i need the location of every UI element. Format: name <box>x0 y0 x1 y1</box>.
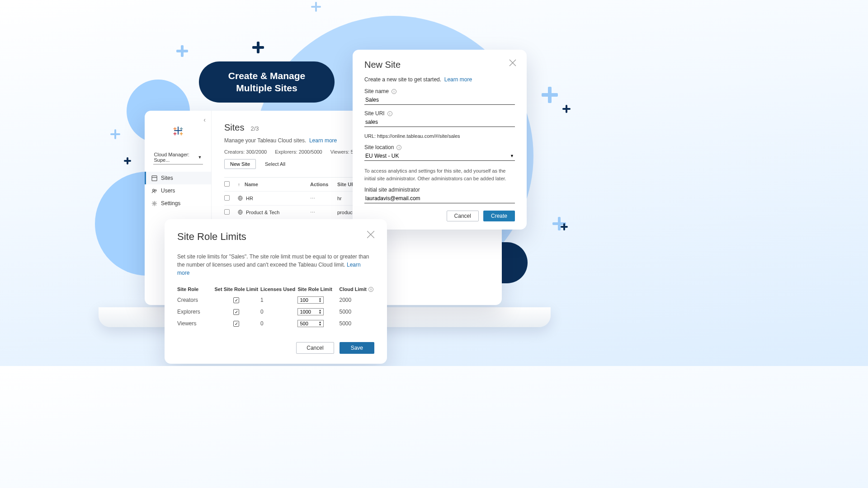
save-button[interactable]: Save <box>340 342 374 354</box>
plus-icon <box>176 45 188 57</box>
cloud-limit: 5000 <box>340 309 375 315</box>
site-uri-label: Site URI <box>364 110 385 117</box>
col-name-header[interactable]: Name <box>245 182 258 187</box>
info-icon[interactable]: i <box>387 111 392 116</box>
modal-title: Site Role Limits <box>177 231 374 243</box>
cancel-button[interactable]: Cancel <box>447 211 479 221</box>
cloud-manager-dropdown[interactable]: Cloud Manager: Supe... ▼ <box>153 150 203 164</box>
row-actions-icon[interactable]: ⋯ <box>310 196 316 201</box>
role-limits-modal: Site Role Limits Set site role limits fo… <box>165 219 387 364</box>
dropdown-label: Cloud Manager: Supe... <box>154 152 198 163</box>
svg-point-13 <box>155 189 156 191</box>
tableau-logo-icon <box>171 123 185 140</box>
info-icon[interactable]: i <box>396 145 401 150</box>
info-icon[interactable]: i <box>392 89 396 94</box>
admin-input[interactable] <box>364 194 515 203</box>
col-actions-header: Actions <box>310 182 337 187</box>
site-name-label: Site name <box>364 88 389 94</box>
role-name: Explorers <box>177 309 212 315</box>
collapse-sidebar-icon[interactable]: ‹ <box>203 116 206 123</box>
header-checkbox[interactable] <box>224 181 230 187</box>
licenses-used: 1 <box>260 297 297 303</box>
plus-icon <box>124 157 131 164</box>
modal-intro: Create a new site to get started. <box>364 76 441 83</box>
cancel-button[interactable]: Cancel <box>296 342 334 354</box>
site-location-value: EU West - UK <box>365 153 399 159</box>
col-used-header: Licenses Used <box>260 286 297 292</box>
svg-rect-10 <box>151 175 156 180</box>
create-button[interactable]: Create <box>483 211 515 221</box>
site-icon <box>238 196 243 201</box>
sidebar-item-label: Settings <box>161 200 180 206</box>
info-icon[interactable]: i <box>368 287 373 292</box>
gear-icon <box>151 200 157 206</box>
learn-more-link[interactable]: Learn more <box>444 76 472 83</box>
limit-input[interactable]: 100▲▼ <box>297 296 324 304</box>
sort-arrow-icon[interactable]: ↑ <box>238 182 240 187</box>
plus-icon <box>311 2 321 12</box>
cloud-limit: 5000 <box>340 320 375 327</box>
caret-down-icon: ▼ <box>510 154 514 158</box>
col-role-header: Site Role <box>177 286 212 292</box>
limit-input[interactable]: 1000▲▼ <box>297 308 324 315</box>
site-name-input[interactable] <box>364 95 515 105</box>
col-limit-header: Site Role Limit <box>297 286 339 292</box>
licenses-used: 0 <box>260 309 297 315</box>
site-count: 2/3 <box>250 125 259 132</box>
stepper-icon[interactable]: ▲▼ <box>319 309 322 314</box>
new-site-button[interactable]: New Site <box>224 159 256 169</box>
stat-explorers: Explorers: 2000/5000 <box>275 149 322 155</box>
plus-icon <box>562 105 571 113</box>
role-name: Creators <box>177 297 212 303</box>
site-location-label: Site location <box>364 144 394 150</box>
stepper-icon[interactable]: ▲▼ <box>319 321 322 326</box>
admin-help-text: To access analytics and settings for thi… <box>364 167 515 182</box>
col-set-header: Set Site Role Limit <box>212 286 261 292</box>
col-cloud-header: Cloud Limit <box>340 286 367 292</box>
users-icon <box>151 188 157 194</box>
page-title: Sites <box>224 122 244 133</box>
site-location-select[interactable]: EU West - UK ▼ <box>364 151 515 161</box>
svg-point-14 <box>153 202 155 204</box>
close-icon[interactable] <box>366 230 375 241</box>
sidebar-item-sites[interactable]: Sites <box>145 172 211 184</box>
svg-point-12 <box>152 189 154 191</box>
learn-more-link[interactable]: Learn more <box>309 137 337 144</box>
site-icon <box>238 210 243 215</box>
callout-create: Create & Manage Multiple Sites <box>199 61 335 103</box>
limit-input[interactable]: 500▲▼ <box>297 320 324 327</box>
role-row: Viewers ✓ 0 500▲▼ 5000 <box>177 318 374 329</box>
role-row: Creators ✓ 1 100▲▼ 2000 <box>177 294 374 306</box>
select-all-link[interactable]: Select All <box>265 161 285 167</box>
site-name[interactable]: HR <box>246 196 253 201</box>
row-checkbox[interactable] <box>224 195 230 201</box>
admin-label: Initial site administrator <box>364 187 420 193</box>
site-uri-input[interactable] <box>364 117 515 127</box>
stepper-icon[interactable]: ▲▼ <box>319 297 322 303</box>
sidebar-item-settings[interactable]: Settings <box>145 197 211 210</box>
new-site-modal: New Site Create a new site to get starte… <box>353 50 527 230</box>
set-limit-checkbox[interactable]: ✓ <box>233 297 239 303</box>
sidebar-item-label: Sites <box>161 175 173 181</box>
caret-down-icon: ▼ <box>198 155 202 160</box>
role-table: Site Role Set Site Role Limit Licenses U… <box>177 284 374 329</box>
set-limit-checkbox[interactable]: ✓ <box>233 321 239 327</box>
plus-icon <box>542 87 558 103</box>
plus-icon <box>252 42 264 53</box>
row-actions-icon[interactable]: ⋯ <box>310 210 316 215</box>
sidebar-item-label: Users <box>161 188 175 194</box>
close-icon[interactable] <box>509 59 517 69</box>
plus-icon <box>561 223 568 230</box>
role-row: Explorers ✓ 0 1000▲▼ 5000 <box>177 306 374 318</box>
licenses-used: 0 <box>260 320 297 327</box>
site-name[interactable]: Product & Tech <box>246 210 279 215</box>
modal-title: New Site <box>364 60 515 70</box>
cloud-limit: 2000 <box>340 297 375 303</box>
role-desc: Set site role limits for "Sales". The si… <box>177 253 369 268</box>
sidebar-item-users[interactable]: Users <box>145 184 211 197</box>
row-checkbox[interactable] <box>224 209 230 215</box>
stat-creators: Creators: 300/2000 <box>224 149 267 155</box>
set-limit-checkbox[interactable]: ✓ <box>233 309 239 315</box>
sites-icon <box>151 175 157 181</box>
plus-icon <box>110 129 120 139</box>
